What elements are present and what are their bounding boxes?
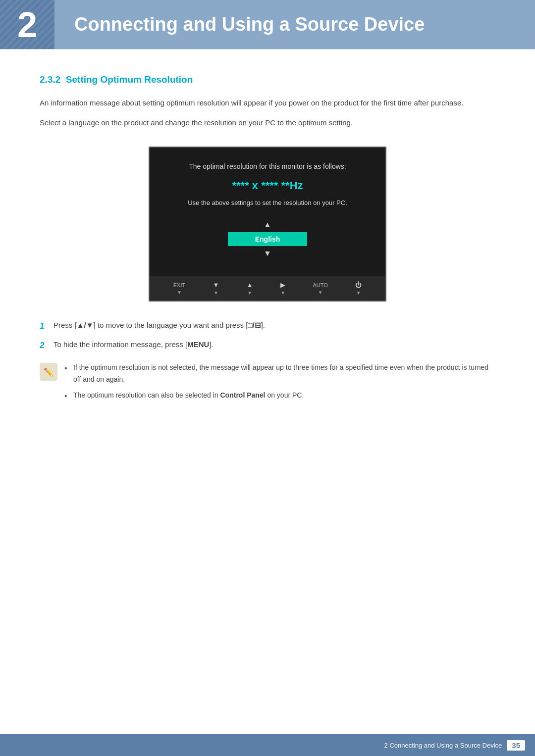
bullet-dot-1: • — [64, 362, 73, 375]
section-heading: 2.3.2 Setting Optimum Resolution — [40, 74, 495, 85]
monitor-btn-exit: EXIT ▼ — [173, 282, 185, 295]
chapter-title: Connecting and Using a Source Device — [74, 14, 425, 35]
step-1-number: 1 — [40, 319, 54, 333]
monitor-dialog-box: The optimal resolution for this monitor … — [149, 147, 386, 302]
chapter-number: 2 — [17, 7, 37, 43]
monitor-dialog-line1: The optimal resolution for this monitor … — [164, 162, 371, 170]
note-icon: ✏️ — [40, 363, 57, 381]
step-1-text: Press [▲/▼] to move to the language you … — [54, 319, 495, 331]
note-bullet-2-text: The optimum resolution can also be selec… — [73, 390, 495, 402]
monitor-dialog-content: The optimal resolution for this monitor … — [150, 148, 385, 276]
main-content: 2.3.2 Setting Optimum Resolution An info… — [0, 50, 535, 446]
chapter-header: 2 Connecting and Using a Source Device — [0, 0, 535, 50]
steps-list: 1 Press [▲/▼] to move to the language yo… — [40, 319, 495, 352]
monitor-language-selection: English — [228, 232, 307, 246]
monitor-btn-enter: ▶ ▼ — [280, 281, 285, 296]
body-para1: An information message about setting opt… — [40, 97, 495, 109]
monitor-arrow-down-icon: ▼ — [164, 249, 371, 258]
bullet-dot-2: • — [64, 390, 73, 403]
monitor-btn-down: ▼ ▼ — [213, 281, 219, 296]
note-bullet-1: • If the optimum resolution is not selec… — [64, 362, 495, 386]
monitor-dialog-resolution: **** x **** **Hz — [164, 179, 371, 192]
step-2: 2 To hide the information message, press… — [40, 339, 495, 352]
monitor-btn-auto: AUTO ▼ — [313, 282, 328, 295]
page-footer: 2 Connecting and Using a Source Device 3… — [0, 734, 535, 756]
chapter-title-area: Connecting and Using a Source Device — [54, 0, 535, 49]
footer-text: 2 Connecting and Using a Source Device — [384, 742, 502, 749]
monitor-btn-power: ⏻ ▼ — [355, 281, 362, 296]
note-bullet-2: • The optimum resolution can also be sel… — [64, 390, 495, 403]
pencil-icon: ✏️ — [44, 367, 54, 377]
section-number: 2.3.2 — [40, 74, 60, 85]
monitor-btn-up: ▲ ▼ — [247, 281, 253, 296]
step-2-text: To hide the information message, press [… — [54, 339, 495, 351]
note-bullet-1-text: If the optimum resolution is not selecte… — [73, 362, 495, 386]
monitor-bottom-bar: EXIT ▼ ▼ ▼ ▲ ▼ ▶ ▼ AUTO ▼ ⏻ ▼ — [150, 276, 385, 301]
note-bullets: • If the optimum resolution is not selec… — [64, 362, 495, 406]
footer-page-number: 35 — [507, 740, 525, 751]
monitor-dialog-line2: Use the above settings to set the resolu… — [164, 199, 371, 206]
chapter-number-block: 2 — [0, 0, 54, 49]
note-section: ✏️ • If the optimum resolution is not se… — [40, 362, 495, 406]
step-2-number: 2 — [40, 339, 54, 352]
section-title: Setting Optimum Resolution — [66, 74, 193, 85]
step-1: 1 Press [▲/▼] to move to the language yo… — [40, 319, 495, 333]
monitor-arrow-up-icon: ▲ — [164, 220, 371, 229]
body-para2: Select a language on the product and cha… — [40, 117, 495, 129]
